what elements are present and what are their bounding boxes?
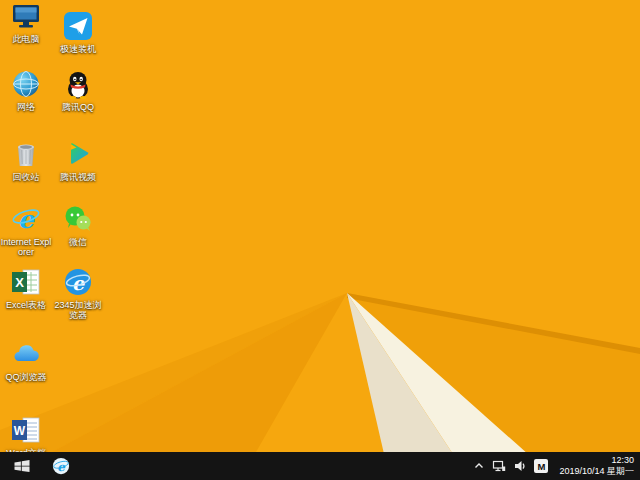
clock-date: 2019/10/14 星期一	[559, 466, 634, 477]
network-icon	[492, 459, 506, 473]
clock-time: 12:30	[559, 455, 634, 466]
taskbar-clock[interactable]: 12:30 2019/10/14 星期一	[555, 455, 634, 477]
recycle-bin-icon	[10, 138, 42, 170]
desktop: 此电脑 极速装机 网络	[0, 0, 640, 480]
desktop-icon-qq-browser[interactable]: QQ浏览器	[0, 338, 52, 382]
browser-e-icon: e	[62, 266, 94, 298]
cloud-icon	[10, 338, 42, 370]
this-pc-icon	[10, 0, 42, 32]
speaker-icon	[513, 459, 527, 473]
wechat-icon	[62, 203, 94, 235]
taskbar: e	[0, 452, 640, 480]
desktop-icon-tencent-video[interactable]: 腾讯视频	[52, 138, 104, 182]
svg-text:W: W	[14, 424, 26, 438]
volume-tray-button[interactable]	[513, 459, 527, 473]
qq-penguin-icon	[62, 68, 94, 100]
globe-icon	[10, 68, 42, 100]
desktop-icon-internet-explorer[interactable]: e Internet Explorer	[0, 203, 52, 257]
desktop-icon-label: Excel表格	[0, 300, 52, 310]
desktop-icon-this-pc[interactable]: 此电脑	[0, 0, 52, 44]
hidden-icons-button[interactable]	[473, 460, 485, 472]
desktop-icon-label: 网络	[0, 102, 52, 112]
desktop-icon-label: 此电脑	[0, 34, 52, 44]
desktop-icon-recycle-bin[interactable]: 回收站	[0, 138, 52, 182]
paper-plane-icon	[62, 10, 94, 42]
excel-icon: X	[10, 266, 42, 298]
system-tray: M 12:30 2019/10/14 星期一	[473, 455, 640, 477]
taskbar-pinned-browser[interactable]: e	[44, 452, 78, 480]
play-icon	[62, 138, 94, 170]
word-icon: W	[10, 414, 42, 446]
windows-logo-icon	[12, 456, 32, 476]
desktop-icon-2345-browser[interactable]: e 2345加速浏览器	[52, 266, 104, 320]
desktop-icon-label: QQ浏览器	[0, 372, 52, 382]
desktop-icon-label: 腾讯视频	[52, 172, 104, 182]
desktop-icon-label: 极速装机	[52, 44, 104, 54]
desktop-icon-label: 腾讯QQ	[52, 102, 104, 112]
svg-text:X: X	[15, 275, 24, 290]
desktop-icon-label: 微信	[52, 237, 104, 247]
desktop-icon-network[interactable]: 网络	[0, 68, 52, 112]
desktop-icon-label: 2345加速浏览器	[52, 300, 104, 320]
desktop-icon-install-assistant[interactable]: 极速装机	[52, 10, 104, 54]
desktop-icon-label: Internet Explorer	[0, 237, 52, 257]
browser-e-icon: e	[51, 456, 71, 476]
desktop-icon-qq[interactable]: 腾讯QQ	[52, 68, 104, 112]
ime-indicator[interactable]: M	[534, 459, 548, 473]
internet-explorer-icon: e	[10, 203, 42, 235]
start-button[interactable]	[0, 452, 44, 480]
desktop-icon-label: 回收站	[0, 172, 52, 182]
desktop-icon-excel[interactable]: X Excel表格	[0, 266, 52, 310]
network-tray-button[interactable]	[492, 459, 506, 473]
desktop-icon-wechat[interactable]: 微信	[52, 203, 104, 247]
chevron-up-icon	[473, 460, 485, 472]
